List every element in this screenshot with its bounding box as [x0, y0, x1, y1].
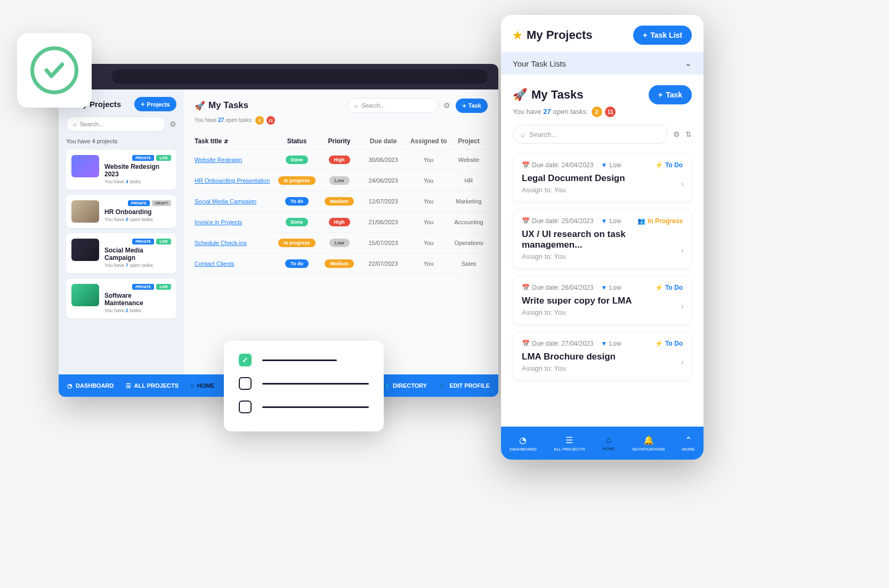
nav-directory[interactable]: 👥DIRECTORY — [382, 382, 427, 389]
due-date: 📅 Due date: 27/04/2023 — [522, 340, 593, 347]
status-icon: ⚡ — [655, 340, 663, 347]
url-bar[interactable] — [112, 69, 488, 84]
mnav-notifications[interactable]: 🔔NOTIFICATIONS — [632, 435, 665, 452]
project-name: HR Onboarding — [104, 208, 171, 216]
nav-home[interactable]: ⌂HOME — [190, 382, 215, 389]
checkbox-checked-icon[interactable]: ✓ — [239, 354, 252, 366]
status-icon: 👥 — [637, 217, 645, 225]
task-link[interactable]: Schedule Check-ins — [195, 240, 247, 246]
text-line — [262, 383, 369, 385]
mobile-tasks-title: 🚀 My Tasks — [513, 88, 583, 102]
sort-icon[interactable]: ⇅ — [685, 130, 692, 138]
calendar-icon: 📅 — [522, 161, 530, 169]
task-link[interactable]: Website Redesign — [195, 157, 242, 163]
mnav-home[interactable]: ⌂HOME — [602, 435, 615, 451]
table-row[interactable]: Social Media Campaign To do Medium 12/07… — [195, 191, 488, 212]
funnel-icon: ▼ — [601, 161, 607, 169]
add-task-list-button[interactable]: +Task List — [633, 26, 692, 45]
status-badge: In progress — [278, 239, 315, 247]
task-card[interactable]: 📅 Due date: 25/04/2023 ▼ Low 👥 In Progre… — [513, 209, 692, 268]
project-thumbnail — [71, 200, 99, 223]
rocket-icon: 🚀 — [195, 101, 205, 111]
alert-badge: 11 — [605, 107, 616, 117]
pie-icon: ◔ — [519, 435, 527, 445]
tag-private: PRIVATE — [132, 239, 154, 244]
due-date: 📅 Due date: 24/04/2023 — [522, 161, 593, 169]
project-subtitle: You have 7 open tasks — [104, 263, 171, 268]
mobile-bottom-nav: ◔DASHBOARD ☰ALL PROJECTS ⌂HOME 🔔NOTIFICA… — [501, 427, 704, 460]
table-row[interactable]: HR Onboarding Presentation In progress L… — [195, 170, 488, 191]
project-name: Website Redesign 2023 — [104, 163, 171, 178]
table-row[interactable]: Contact Clients To do Medium 22/07/2023 … — [195, 254, 488, 274]
status-label: ⚡ To Do — [655, 284, 683, 291]
task-card[interactable]: 📅 Due date: 26/04/2023 ▼ Low ⚡ To Do Wri… — [513, 276, 692, 324]
col-priority[interactable]: Priority — [319, 137, 359, 145]
project-name: Software Maintenance — [104, 292, 171, 307]
table-row[interactable]: Invoice in Projects Done High 21/06/2023… — [195, 212, 488, 233]
home-icon: ⌂ — [190, 382, 194, 389]
chevron-right-icon: › — [681, 246, 684, 255]
text-line — [262, 360, 337, 361]
sidebar-search-input[interactable]: ⌕ Search... — [66, 117, 165, 132]
col-project[interactable]: Project — [450, 137, 488, 145]
tasks-search-input[interactable]: ⌕ Search... — [347, 98, 438, 113]
task-title: LMA Brochure design — [522, 352, 683, 362]
add-project-button[interactable]: +Projects — [134, 97, 176, 111]
col-status[interactable]: Status — [274, 137, 319, 145]
project-card[interactable]: PRIVATELIVE Software Maintenance You hav… — [66, 279, 176, 318]
task-link[interactable]: Contact Clients — [195, 260, 235, 267]
project-subtitle: You have 0 open tasks — [104, 217, 171, 222]
task-link[interactable]: Invoice in Projects — [195, 219, 242, 225]
nav-edit-profile[interactable]: 👤EDIT PROFILE — [439, 382, 490, 389]
task-card[interactable]: 📅 Due date: 24/04/2023 ▼ Low ⚡ To Do Leg… — [513, 153, 692, 202]
filter-icon[interactable]: ⚙ — [169, 120, 176, 128]
add-task-button[interactable]: +Task — [456, 99, 488, 113]
project-card[interactable]: PRIVATELIVE Website Redesign 2023 You ha… — [66, 150, 176, 190]
nav-all-projects[interactable]: ☰ALL PROJECTS — [126, 382, 179, 389]
open-tasks-summary: You have 27 open tasks: 2 11 — [513, 107, 692, 117]
rocket-icon: 🚀 — [513, 88, 527, 102]
task-link[interactable]: HR Onboarding Presentation — [195, 177, 270, 184]
calendar-icon: 📅 — [522, 284, 530, 291]
col-assigned[interactable]: Assigned to — [407, 137, 450, 145]
project-subtitle: You have 2 tasks — [104, 308, 171, 313]
assigned-to: You — [407, 260, 450, 267]
mnav-more[interactable]: ⌃MORE — [682, 435, 695, 452]
add-task-button[interactable]: +Task — [649, 85, 692, 104]
project-subtitle: You have 4 tasks — [104, 179, 171, 184]
checklist-card: ✓ — [224, 341, 384, 431]
tag-live: LIVE — [156, 155, 171, 161]
mobile-search-input[interactable]: ⌕ Search... — [513, 125, 668, 144]
assign-label: Assign to: You — [522, 252, 683, 260]
project-thumbnail — [71, 155, 99, 177]
search-icon: ⌕ — [354, 102, 358, 109]
mnav-dashboard[interactable]: ◔DASHBOARD — [510, 435, 537, 452]
project-name: HR — [450, 177, 488, 184]
nav-dashboard[interactable]: ◔DASHBOARD — [67, 382, 114, 389]
priority-badge: High — [329, 156, 350, 164]
status-label: ⚡ To Do — [655, 340, 683, 347]
filter-icon[interactable]: ⚙ — [673, 130, 680, 138]
project-card[interactable]: PRIVATELIVE Social Media Campaign You ha… — [66, 233, 176, 273]
tag-private: PRIVATE — [132, 155, 154, 161]
tag-draft: DRAFT — [152, 200, 171, 206]
task-card[interactable]: 📅 Due date: 27/04/2023 ▼ Low ⚡ To Do LMA… — [513, 332, 692, 380]
sort-icon: ⇵ — [224, 138, 228, 144]
task-lists-dropdown[interactable]: Your Task Lists ⌄ — [501, 52, 704, 75]
table-row[interactable]: Website Redesign Done High 30/06/2023 Yo… — [195, 150, 488, 170]
status-badge: Done — [286, 218, 309, 226]
col-due-date[interactable]: Due date — [359, 137, 407, 145]
checkbox-empty-icon[interactable] — [239, 401, 252, 413]
table-row[interactable]: Schedule Check-ins In progress Low 15/07… — [195, 233, 488, 254]
task-link[interactable]: Social Media Campaign — [195, 198, 256, 205]
checkbox-empty-icon[interactable] — [239, 377, 252, 390]
star-icon: ★ — [513, 29, 522, 42]
mnav-all-projects[interactable]: ☰ALL PROJECTS — [554, 435, 585, 452]
funnel-icon: ▼ — [601, 340, 607, 347]
alert-badge: 11 — [266, 116, 275, 125]
filter-icon[interactable]: ⚙ — [443, 101, 450, 110]
search-icon: ⌕ — [521, 130, 525, 138]
check-circle-icon — [30, 46, 78, 94]
project-card[interactable]: PRIVATEDRAFT HR Onboarding You have 0 op… — [66, 195, 176, 228]
col-task-title[interactable]: Task title⇵ — [195, 137, 274, 145]
